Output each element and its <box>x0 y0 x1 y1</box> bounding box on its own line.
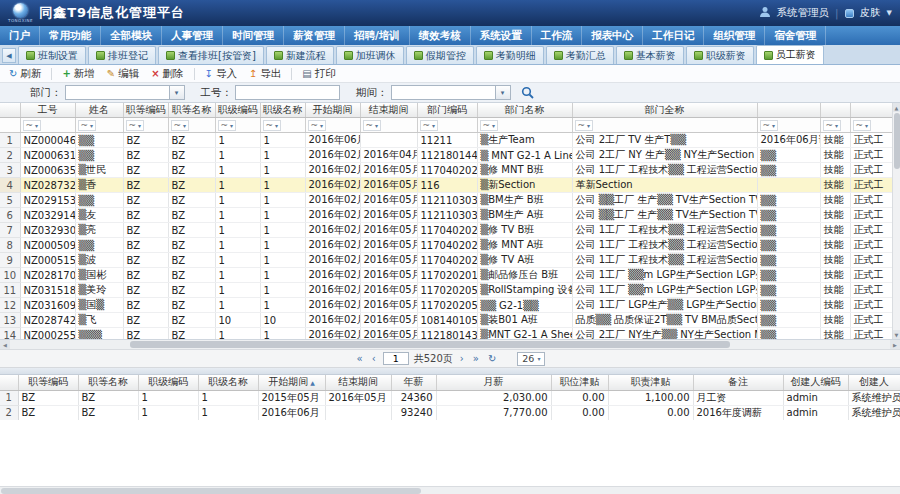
column-filter-operator[interactable]: ~▾ <box>853 120 872 131</box>
panel-splitter[interactable] <box>0 368 900 375</box>
tab-scroll-left-button[interactable]: ◀ <box>2 48 16 63</box>
table-row[interactable]: 10NZ028170▒国彬BZBZ112016年02月2016年05月11702… <box>0 268 892 283</box>
print-button[interactable]: ▤打印 <box>297 66 340 82</box>
table-row[interactable]: 2BZBZ112016年06月932407,770.000.000.002016… <box>0 405 900 420</box>
scroll-down-icon[interactable]: ▼ <box>893 330 900 339</box>
column-header[interactable]: 结束期间 <box>325 375 391 390</box>
table-row[interactable]: 12NZ031609▒国▒BZBZ112016年02月2016年05月11702… <box>0 298 892 313</box>
edit-button[interactable]: ✎编辑 <box>102 66 144 82</box>
table-row[interactable]: 7NZ032930▒亮BZBZ112016年02月2016年05月1170402… <box>0 223 892 238</box>
column-header[interactable] <box>757 103 820 118</box>
menu-item-common-functions[interactable]: 常用功能 <box>40 26 101 45</box>
period-filter-input[interactable] <box>391 85 496 100</box>
first-page-button[interactable]: « <box>355 353 365 364</box>
column-filter-operator[interactable]: ~▾ <box>126 120 145 131</box>
column-header[interactable]: 职等编码 <box>123 103 168 118</box>
column-header[interactable]: 职级编码 <box>215 103 260 118</box>
tab-grade-salary[interactable]: 职级薪资 <box>686 46 754 64</box>
tab-view-schedule[interactable]: 查看排班[按管资] <box>158 46 264 64</box>
column-filter-operator[interactable]: ~▾ <box>171 120 190 131</box>
menu-item-time-management[interactable]: 时间管理 <box>223 26 284 45</box>
reload-page-button[interactable]: ↻ <box>486 353 498 364</box>
column-header[interactable]: 备注 <box>693 375 783 390</box>
horizontal-scroll-thumb[interactable] <box>130 341 730 348</box>
tab-schedule-register[interactable]: 排班登记 <box>88 46 156 64</box>
table-row[interactable]: 3NZ000635▒世民BZBZ112016年02月2016年05月117040… <box>0 163 892 178</box>
table-row[interactable]: 1BZBZ112015年05月2016年05月243602,030.000.00… <box>0 390 900 405</box>
next-page-button[interactable]: › <box>458 353 466 364</box>
empno-filter-input[interactable] <box>235 85 340 100</box>
column-filter-operator[interactable]: ~▾ <box>575 120 594 131</box>
horizontal-scrollbar[interactable]: ◀ ▶ <box>0 340 900 350</box>
table-row[interactable]: 9NZ000515▒波BZBZ112016年02月2016年05月1170402… <box>0 253 892 268</box>
column-header[interactable]: 职级编码 <box>138 375 198 390</box>
column-header[interactable]: 月薪 <box>436 375 551 390</box>
column-filter-operator[interactable]: ~▾ <box>308 120 327 131</box>
column-header[interactable]: 职位津贴 <box>551 375 608 390</box>
menu-item-salary-management[interactable]: 薪资管理 <box>284 26 345 45</box>
column-header[interactable]: 部门编码 <box>417 103 477 118</box>
delete-button[interactable]: ×删除 <box>146 66 188 82</box>
menu-item-recruit-training[interactable]: 招聘/培训 <box>345 26 410 45</box>
table-row[interactable]: 5NZ029153▒▒BZBZ112016年02月2016年05月1121103… <box>0 193 892 208</box>
column-header[interactable] <box>0 375 18 390</box>
table-row[interactable]: 13NZ028742▒飞BZBZ10102016年02月2016年05月1081… <box>0 313 892 328</box>
column-header[interactable]: 创建人编码 <box>783 375 848 390</box>
bottom-horizontal-scrollbar[interactable] <box>0 486 900 494</box>
column-header[interactable]: 职责津贴 <box>608 375 693 390</box>
tab-new-workflow[interactable]: 新建流程 <box>266 46 334 64</box>
dept-filter-input[interactable] <box>65 85 170 100</box>
menu-item-workflow[interactable]: 工作流 <box>532 26 583 45</box>
export-button[interactable]: ↥导出 <box>244 66 286 82</box>
column-header[interactable] <box>850 103 892 118</box>
menu-item-system-settings[interactable]: 系统设置 <box>471 26 532 45</box>
menu-item-performance[interactable]: 绩效考核 <box>410 26 471 45</box>
menu-item-portal[interactable]: 门户 <box>0 26 40 45</box>
column-header[interactable]: 职等编码 <box>18 375 78 390</box>
scroll-right-icon[interactable]: ▶ <box>890 340 900 349</box>
skin-menu[interactable]: 皮肤 <box>860 6 881 20</box>
column-filter-operator[interactable]: ~▾ <box>23 120 42 131</box>
add-button[interactable]: +新增 <box>57 66 99 82</box>
vertical-scrollbar[interactable]: ▲ ▼ <box>892 103 900 339</box>
column-header[interactable]: 职级名称 <box>260 103 305 118</box>
prev-page-button[interactable]: ‹ <box>370 353 378 364</box>
vertical-scroll-thumb[interactable] <box>894 113 900 169</box>
dept-dropdown-button[interactable]: ▾ <box>170 85 185 100</box>
page-size-select[interactable]: 26▾ <box>517 352 545 366</box>
column-header[interactable]: 开始期间▲ <box>258 375 325 390</box>
search-button[interactable] <box>519 85 537 101</box>
column-filter-operator[interactable]: ~▾ <box>218 120 237 131</box>
column-header[interactable]: 年薪 <box>391 375 436 390</box>
tab-shift-setting[interactable]: 班制设置 <box>18 46 86 64</box>
scroll-up-icon[interactable]: ▲ <box>893 103 900 112</box>
column-filter-operator[interactable]: ~▾ <box>78 120 97 131</box>
column-filter-operator[interactable]: ~▾ <box>363 120 382 131</box>
column-header[interactable] <box>820 103 850 118</box>
column-header[interactable]: 部门全称 <box>572 103 757 118</box>
column-filter-operator[interactable]: ~▾ <box>263 120 282 131</box>
menu-item-hr-management[interactable]: 人事管理 <box>162 26 223 45</box>
column-header[interactable]: 工号 <box>20 103 75 118</box>
period-dropdown-button[interactable]: ▾ <box>496 85 511 100</box>
refresh-button[interactable]: ↻刷新 <box>4 66 46 82</box>
current-user-menu[interactable]: 系统管理员 <box>777 6 830 20</box>
column-header[interactable]: 创建人 <box>848 375 900 390</box>
import-button[interactable]: ↧导入 <box>200 66 242 82</box>
column-header[interactable]: 开始期间 <box>305 103 360 118</box>
column-header[interactable]: 部门名称 <box>477 103 572 118</box>
menu-item-work-diary[interactable]: 工作日记 <box>643 26 704 45</box>
column-header[interactable]: 职级名称 <box>198 375 258 390</box>
tab-attendance-detail[interactable]: 考勤明细 <box>476 46 544 64</box>
column-header[interactable] <box>0 103 20 118</box>
scroll-left-icon[interactable]: ◀ <box>0 340 10 349</box>
menu-item-all-modules[interactable]: 全部模块 <box>101 26 162 45</box>
last-page-button[interactable]: » <box>471 353 481 364</box>
table-row[interactable]: 2NZ000631▒▒BZBZ112016年02月2016年04月1121801… <box>0 148 892 163</box>
tab-attendance-summary[interactable]: 考勤汇总 <box>546 46 614 64</box>
column-filter-operator[interactable]: ~▾ <box>760 120 779 131</box>
column-header[interactable]: 姓名 <box>75 103 123 118</box>
table-row[interactable]: 11NZ031518▒美玲BZBZ112016年02月2016年05月11702… <box>0 283 892 298</box>
bottom-scroll-thumb[interactable] <box>1 488 421 494</box>
menu-item-report-center[interactable]: 报表中心 <box>582 26 643 45</box>
